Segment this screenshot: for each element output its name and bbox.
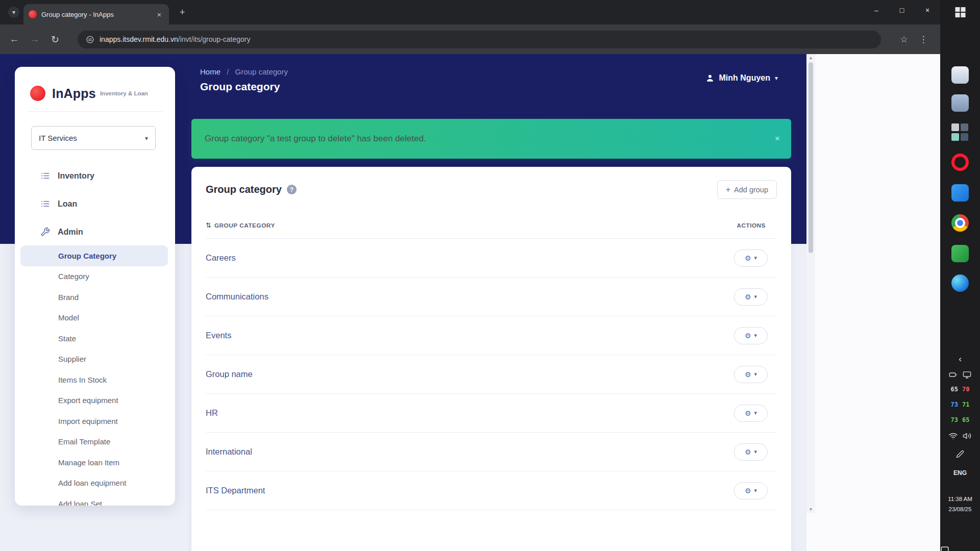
sidebar-item-group-category[interactable]: Group Category: [20, 245, 168, 266]
group-link[interactable]: International: [206, 447, 252, 457]
new-tab-button[interactable]: +: [180, 7, 185, 17]
language-indicator[interactable]: ENG: [953, 469, 967, 477]
forward-icon[interactable]: →: [24, 31, 45, 48]
battery-icon[interactable]: [949, 370, 958, 379]
chrome-icon[interactable]: [951, 214, 969, 232]
sidebar-item-admin[interactable]: Admin: [15, 218, 175, 246]
sidebar-item-supplier[interactable]: Supplier: [15, 349, 175, 370]
sidebar-item-loan[interactable]: Loan: [15, 190, 175, 218]
group-link[interactable]: HR: [206, 408, 218, 418]
browser-tab[interactable]: Group category - InApps ×: [23, 4, 169, 24]
opera-icon[interactable]: [951, 154, 969, 171]
row-actions-button[interactable]: ⚙▾: [734, 249, 768, 267]
app-icon[interactable]: [951, 94, 969, 112]
group-link[interactable]: ITS Department: [206, 486, 265, 495]
sidebar-item-items-in-stock[interactable]: Items In Stock: [15, 369, 175, 390]
sidebar-item-email-template[interactable]: Email Template: [15, 432, 175, 453]
user-menu[interactable]: Minh Nguyen ▾: [705, 73, 778, 83]
monitor-icon[interactable]: [963, 370, 971, 379]
scroll-down-icon[interactable]: ▼: [806, 507, 815, 512]
page-scrollbar[interactable]: ▲ ▼: [806, 54, 815, 513]
pixel-app-icon[interactable]: [951, 123, 969, 141]
page-gutter: [815, 54, 940, 551]
group-link[interactable]: Group name: [206, 369, 253, 379]
green-app-icon[interactable]: [951, 245, 969, 262]
sidebar-item-import-equipment[interactable]: Import equipment: [15, 411, 175, 432]
maximize-button[interactable]: □: [889, 0, 915, 20]
url-bar[interactable]: inapps.itsdev.rmit.edu.vn/invt/its/group…: [78, 31, 881, 48]
url-text: inapps.itsdev.rmit.edu.vn/invt/its/group…: [100, 35, 250, 44]
volume-icon[interactable]: [963, 432, 971, 440]
blue-app-icon[interactable]: [951, 274, 969, 292]
taskbar-clock[interactable]: 11:38 AM 23/08/25: [948, 494, 972, 514]
breadcrumb-current: Group category: [235, 67, 288, 76]
group-link[interactable]: Events: [206, 331, 231, 340]
breadcrumb-home-link[interactable]: Home: [200, 67, 220, 76]
table-row: Careers ⚙▾: [206, 239, 777, 278]
scrollbar-thumb[interactable]: [808, 62, 813, 253]
file-explorer-icon[interactable]: [951, 66, 969, 84]
gear-icon: ⚙: [745, 293, 751, 301]
sidebar-item-model[interactable]: Model: [15, 308, 175, 329]
minimize-button[interactable]: –: [864, 0, 889, 20]
column-actions: Actions: [737, 222, 766, 229]
list-icon: [40, 171, 50, 181]
tab-close-icon[interactable]: ×: [155, 10, 164, 19]
sidebar-item-category[interactable]: Category: [15, 266, 175, 287]
admin-submenu: Group Category Category Brand Model Stat…: [15, 245, 175, 506]
windows-start-icon[interactable]: [955, 7, 965, 17]
row-actions-button[interactable]: ⚙▾: [734, 366, 768, 383]
tab-search-button[interactable]: ▾: [8, 7, 19, 18]
close-button[interactable]: ×: [915, 0, 940, 20]
group-link[interactable]: Careers: [206, 253, 236, 263]
row-actions-button[interactable]: ⚙▾: [734, 405, 768, 422]
sidebar-item-add-loan-set[interactable]: Add loan Set: [15, 493, 175, 506]
chevron-down-icon: ▾: [754, 371, 757, 378]
vscode-icon[interactable]: [951, 184, 969, 202]
reload-icon[interactable]: ↻: [45, 31, 65, 48]
chevron-down-icon: ▾: [145, 135, 148, 142]
sidebar-item-manage-loan-item[interactable]: Manage loan Item: [15, 452, 175, 473]
chevron-down-icon: ▾: [754, 255, 757, 261]
screen: ▾ Group category - InApps × + – □ × ← → …: [0, 0, 980, 551]
add-group-button[interactable]: + Add group: [717, 180, 777, 199]
sidebar-item-brand[interactable]: Brand: [15, 287, 175, 308]
table-row: International ⚙▾: [206, 433, 777, 471]
browser-toolbar: ← → ↻ inapps.itsdev.rmit.edu.vn/invt/its…: [0, 24, 940, 54]
group-link[interactable]: Communications: [206, 292, 268, 302]
sidebar-nav: Inventory Loan Admin: [15, 162, 175, 246]
wifi-icon[interactable]: [949, 432, 958, 440]
user-name: Minh Nguyen: [719, 73, 770, 83]
sidebar-item-inventory[interactable]: Inventory: [15, 162, 175, 190]
browser-window: ▾ Group category - InApps × + – □ × ← → …: [0, 0, 940, 551]
chevron-down-icon: ▾: [12, 9, 15, 16]
sidebar-item-export-equipment[interactable]: Export equipment: [15, 390, 175, 411]
chevron-down-icon: ▾: [775, 74, 778, 82]
row-actions-button[interactable]: ⚙▾: [734, 288, 768, 306]
notifications-button[interactable]: 2: [940, 546, 980, 551]
back-icon[interactable]: ←: [4, 31, 24, 48]
row-actions-button[interactable]: ⚙▾: [734, 327, 768, 344]
scroll-up-icon[interactable]: ▲: [806, 56, 815, 60]
temp-monitor-row-1: 65 70: [951, 386, 970, 393]
service-select[interactable]: IT Services ▾: [31, 126, 156, 150]
temp-value: 65: [951, 386, 958, 393]
pen-icon[interactable]: [956, 450, 964, 460]
column-group-category[interactable]: Group Category: [214, 222, 275, 229]
gear-icon: ⚙: [745, 254, 751, 262]
bookmark-star-icon[interactable]: ☆: [894, 31, 914, 48]
sidebar-item-add-loan-equipment[interactable]: Add loan equipment: [15, 473, 175, 494]
browser-menu-icon[interactable]: ⋮: [914, 31, 933, 48]
gear-icon: ⚙: [745, 448, 751, 456]
alert-close-icon[interactable]: ×: [772, 131, 783, 147]
site-info-icon[interactable]: [86, 35, 94, 44]
chevron-down-icon: ▾: [754, 487, 757, 494]
alert-message: Group category "a test group to delete" …: [205, 134, 426, 144]
hidden-icons-chevron[interactable]: ‹: [959, 354, 962, 364]
row-actions-button[interactable]: ⚙▾: [734, 482, 768, 499]
sort-icon[interactable]: ⇅: [206, 221, 211, 229]
row-actions-button[interactable]: ⚙▾: [734, 443, 768, 461]
help-icon[interactable]: ?: [287, 185, 297, 194]
main-content: Home / Group category Group category Min…: [191, 54, 791, 551]
sidebar-item-state[interactable]: State: [15, 328, 175, 349]
